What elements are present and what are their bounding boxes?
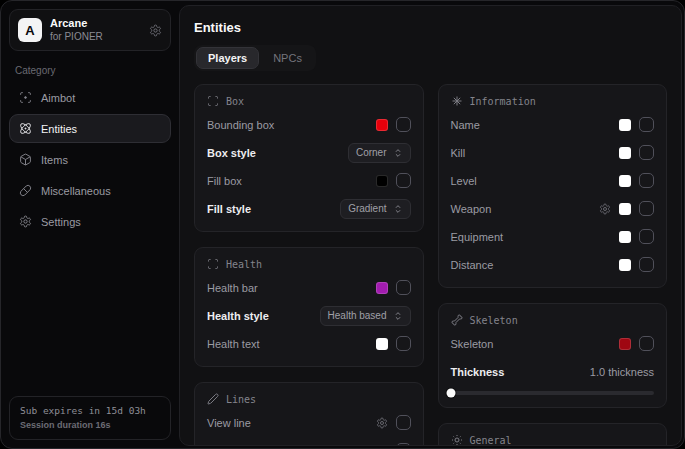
skeleton-checkbox[interactable] [639,336,654,351]
health-style-select[interactable]: Health based [320,306,411,326]
fill-style-select[interactable]: Gradient [340,199,410,219]
brand-settings-icon[interactable] [149,24,162,37]
line-to-enemy-checkbox[interactable] [396,443,411,446]
view-line-checkbox[interactable] [396,415,411,430]
card-title: General [470,435,512,446]
equipment-checkbox[interactable] [639,229,654,244]
subscription-info: Sub expires in 15d 03h Session duration … [9,396,171,440]
card-health: Health Health bar Health style Health ba… [194,247,424,367]
app-name: Arcane [50,17,141,31]
card-title: Lines [226,394,256,405]
line-to-enemy-settings-icon[interactable] [376,445,388,447]
card-title: Health [226,259,262,270]
card-box: Box Bounding box Box style Corner [194,84,424,232]
app-logo: A [18,18,42,42]
sidebar-item-label: Miscellaneous [41,185,111,197]
card-title: Box [226,96,244,107]
row-label: Health bar [207,282,258,294]
select-value: Gradient [348,203,386,214]
color-swatch[interactable] [619,231,631,243]
category-label: Category [15,65,165,76]
sidebar-item-label: Aimbot [41,92,75,104]
color-swatch[interactable] [376,282,388,294]
session-duration-text: Session duration 16s [20,419,160,433]
sidebar-item-items[interactable]: Items [9,145,171,174]
color-swatch[interactable] [619,259,631,271]
weapon-settings-icon[interactable] [599,203,611,215]
card-title: Information [470,96,536,107]
app-subtitle: for PIONER [50,31,141,44]
row-label: Skeleton [451,338,494,350]
name-checkbox[interactable] [639,117,654,132]
bone-icon [451,314,463,326]
view-line-settings-icon[interactable] [376,417,388,429]
tab-group: Players NPCs [194,45,316,71]
kill-checkbox[interactable] [639,145,654,160]
sidebar-item-miscellaneous[interactable]: Miscellaneous [9,176,171,205]
color-swatch[interactable] [619,338,631,350]
row-label: Line to enemy [207,445,276,447]
row-label: Weapon [451,203,492,215]
sidebar: A Arcane for PIONER Category Aimbot Enti… [1,1,179,448]
cube-icon [19,153,32,166]
weapon-checkbox[interactable] [639,201,654,216]
tab-players[interactable]: Players [196,47,259,69]
bounding-box-checkbox[interactable] [396,117,411,132]
scan-icon [207,95,219,107]
color-swatch[interactable] [619,203,631,215]
level-checkbox[interactable] [639,173,654,188]
select-value: Health based [328,310,387,321]
tab-npcs[interactable]: NPCs [261,47,314,69]
chevrons-up-down-icon [393,148,403,158]
sidebar-item-label: Items [41,154,68,166]
color-swatch[interactable] [376,119,388,131]
scan-icon [207,258,219,270]
brand-card: A Arcane for PIONER [9,9,171,51]
sparkle-icon [451,95,463,107]
health-text-checkbox[interactable] [396,336,411,351]
row-label: Thickness [451,366,505,378]
chevrons-up-down-icon [393,204,403,214]
health-bar-checkbox[interactable] [396,280,411,295]
thickness-slider[interactable] [451,391,655,395]
row-label: Fill style [207,203,251,215]
row-label: Health style [207,310,269,322]
pill-icon [19,184,32,197]
row-label: Equipment [451,231,504,243]
row-label: Health text [207,338,260,350]
sidebar-item-settings[interactable]: Settings [9,207,171,236]
row-label: Bounding box [207,119,274,131]
select-value: Corner [356,147,387,158]
row-label: Distance [451,259,494,271]
atom-icon [19,122,32,135]
row-label: Level [451,175,477,187]
color-swatch[interactable] [376,338,388,350]
color-swatch[interactable] [619,175,631,187]
page-title: Entities [194,20,667,35]
color-swatch[interactable] [619,119,631,131]
card-skeleton: Skeleton Skeleton Thickness 1.0 thicknes… [438,303,668,408]
distance-checkbox[interactable] [639,257,654,272]
card-lines: Lines View line Line to enemy [194,382,424,446]
sidebar-item-aimbot[interactable]: Aimbot [9,83,171,112]
row-label: Kill [451,147,466,159]
card-general: General Visibility check Max distance 50… [438,423,668,446]
sun-icon [451,434,463,446]
sub-expiry-text: Sub expires in 15d 03h [20,404,160,418]
color-swatch[interactable] [619,147,631,159]
thickness-value: 1.0 thickness [590,366,654,378]
main-panel: Entities Players NPCs Box Bounding box [179,5,682,446]
row-label: Name [451,119,480,131]
sidebar-item-entities[interactable]: Entities [9,114,171,143]
fill-box-checkbox[interactable] [396,173,411,188]
card-information: Information Name Kill [438,84,668,288]
box-style-select[interactable]: Corner [348,143,411,163]
color-swatch[interactable] [376,175,388,187]
crosshair-icon [19,91,32,104]
app-window: A Arcane for PIONER Category Aimbot Enti… [0,0,685,449]
card-title: Skeleton [470,315,518,326]
sidebar-item-label: Settings [41,216,81,228]
pencil-icon [207,393,219,405]
slider-thumb[interactable] [446,389,455,398]
row-label: Fill box [207,175,242,187]
